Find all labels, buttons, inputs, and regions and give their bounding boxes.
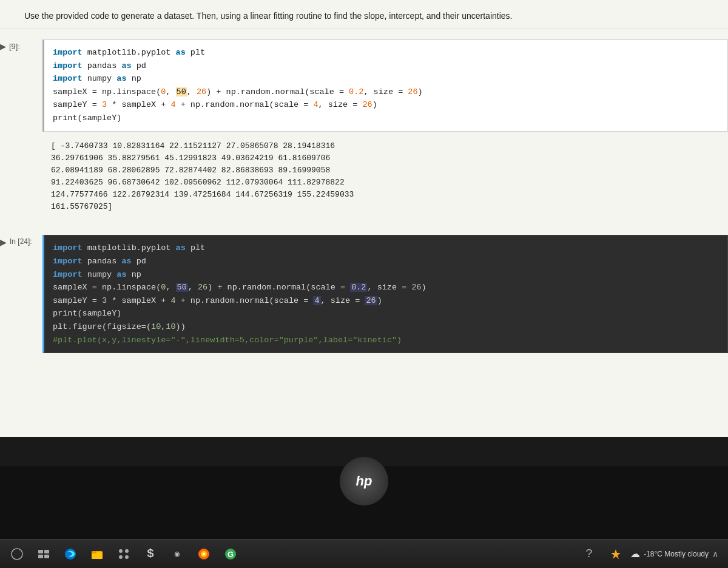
output-line-3: 62.08941189 68.28062895 72.82874402 82.8… bbox=[51, 164, 720, 177]
cell-24-line-7: plt.figure(figsize=(10,10)) bbox=[53, 320, 719, 334]
cell-24-line-8: #plt.plot(x,y,linestyle="-",linewidth=5,… bbox=[53, 334, 719, 347]
cell-9-line-2: import pandas as pd bbox=[53, 59, 719, 73]
cell-24-run-btn[interactable]: ▶ bbox=[0, 237, 7, 247]
cell-9-line-6: print(sampleY) bbox=[53, 112, 719, 125]
edge-browser-btn[interactable] bbox=[58, 542, 83, 566]
cell-9-run-btn[interactable]: ▶ bbox=[0, 42, 6, 51]
svg-point-10 bbox=[125, 549, 129, 553]
svg-point-9 bbox=[119, 549, 123, 553]
svg-point-0 bbox=[12, 549, 22, 560]
cell-9-label: ▶ [9]: bbox=[0, 39, 42, 51]
g-btn[interactable]: G bbox=[218, 542, 243, 566]
cell-24-line-6: print(sampleY) bbox=[53, 307, 719, 320]
svg-rect-1 bbox=[38, 550, 43, 553]
output-line-5: 124.77577466 122.28792314 139.47251684 1… bbox=[51, 189, 720, 201]
svg-point-15 bbox=[203, 553, 205, 555]
cell-24-line-4: sampleX = np.linspace(0, 50, 26) + np.ra… bbox=[53, 281, 719, 294]
svg-point-12 bbox=[125, 555, 129, 559]
svg-text:G: G bbox=[228, 550, 234, 559]
svg-rect-3 bbox=[38, 555, 43, 558]
svg-point-11 bbox=[119, 555, 123, 559]
instruction-text: Use the provided code to generate a data… bbox=[24, 11, 512, 21]
taskbar: $ ◉ G ? ☁ -18°C Mostly cloudy ∧ bbox=[0, 539, 728, 568]
cell-24-line-5: sampleY = 3 * sampleX + 4 + np.random.no… bbox=[53, 294, 719, 308]
svg-rect-2 bbox=[44, 550, 49, 553]
hp-logo-container: hp bbox=[340, 457, 388, 505]
taskbar-icon-extra[interactable] bbox=[604, 542, 628, 566]
dollar-btn[interactable]: $ bbox=[138, 542, 163, 566]
output-line-6: 161.55767025] bbox=[51, 201, 720, 213]
firefox-btn[interactable] bbox=[192, 542, 216, 566]
cell-24-label: ▶ In [24]: bbox=[0, 235, 42, 247]
svg-rect-8 bbox=[92, 551, 96, 553]
cell-9: ▶ [9]: import matplotlib.pyplot as plt i… bbox=[0, 39, 728, 132]
taskbar-right: ☁ -18°C Mostly cloudy ∧ bbox=[630, 548, 723, 560]
notification-btn[interactable]: ◉ bbox=[165, 542, 189, 566]
file-explorer-btn[interactable] bbox=[85, 542, 109, 566]
help-btn[interactable]: ? bbox=[577, 542, 601, 566]
cell-24: ▶ In [24]: import matplotlib.pyplot as p… bbox=[0, 235, 728, 353]
start-button[interactable] bbox=[5, 542, 29, 566]
cell-9-line-4: sampleX = np.linspace(0, 50, 26) + np.ra… bbox=[53, 86, 719, 99]
instruction-bar: Use the provided code to generate a data… bbox=[0, 0, 728, 29]
taskbar-search-btn[interactable] bbox=[32, 542, 56, 566]
cell-24-line-1: import matplotlib.pyplot as plt bbox=[53, 242, 719, 255]
cells-area: ▶ [9]: import matplotlib.pyplot as plt i… bbox=[0, 29, 728, 364]
notebook-area: Use the provided code to generate a data… bbox=[0, 0, 728, 437]
svg-rect-4 bbox=[44, 555, 49, 558]
cell-9-line-1: import matplotlib.pyplot as plt bbox=[53, 46, 719, 59]
cell-9-output: [ -3.7460733 10.82831164 22.11521127 27.… bbox=[42, 137, 728, 220]
apps-btn[interactable] bbox=[112, 542, 136, 566]
cell-24-content[interactable]: import matplotlib.pyplot as plt import p… bbox=[42, 235, 728, 353]
taskbar-chevron[interactable]: ∧ bbox=[712, 549, 718, 559]
bottom-dark-area: hp bbox=[0, 466, 728, 539]
weather-icon: ☁ bbox=[630, 548, 640, 560]
cell-24-line-2: import pandas as pd bbox=[53, 255, 719, 268]
output-line-2: 36.29761906 35.88279561 45.12991823 49.0… bbox=[51, 152, 720, 164]
cell-9-content[interactable]: import matplotlib.pyplot as plt import p… bbox=[42, 39, 728, 132]
cell-24-line-3: import numpy as np bbox=[53, 268, 719, 282]
hp-logo: hp bbox=[356, 473, 372, 489]
output-line-4: 91.22403625 96.68730642 102.09560962 112… bbox=[51, 177, 720, 189]
cell-9-line-3: import numpy as np bbox=[53, 72, 719, 86]
output-line-1: [ -3.7460733 10.82831164 22.11521127 27.… bbox=[51, 140, 720, 152]
weather-text: -18°C Mostly cloudy bbox=[644, 550, 709, 558]
cell-9-line-5: sampleY = 3 * sampleX + 4 + np.random.no… bbox=[53, 98, 719, 112]
